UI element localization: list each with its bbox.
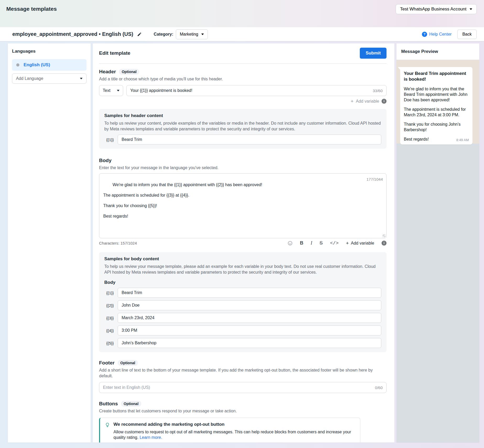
edit-template-panel: Edit template Submit Header Optional Add… xyxy=(93,43,394,443)
message-preview-title: Message Preview xyxy=(396,43,479,60)
category-select[interactable]: Marketing xyxy=(176,29,208,39)
preview-paragraph: Thank you for choosing John's Barbershop… xyxy=(404,121,469,132)
body-section-title: Body xyxy=(99,158,112,163)
submit-button[interactable]: Submit xyxy=(360,48,387,59)
optional-badge: Optional xyxy=(121,401,141,407)
variable-label: {{3}} xyxy=(104,316,114,320)
header-text-field-wrapper: 33/60 xyxy=(126,85,387,96)
header-samples-title: Samples for header content xyxy=(104,113,381,118)
body-samples-description: To help us review your message template,… xyxy=(104,264,381,275)
body-samples-subtitle: Body xyxy=(104,280,381,285)
body-sample-5-input[interactable] xyxy=(118,338,381,348)
body-sample-4-input[interactable] xyxy=(118,325,381,335)
info-icon[interactable]: i xyxy=(382,99,387,104)
strikethrough-button[interactable]: S xyxy=(320,240,323,246)
sample-row: {{1}} xyxy=(104,288,381,298)
header-type-value: Text xyxy=(103,88,110,93)
help-center-link[interactable]: ? Help Center xyxy=(422,32,452,37)
buttons-section-description: Create buttons that let customers respon… xyxy=(99,408,387,414)
add-language-select[interactable]: Add Language xyxy=(12,73,86,84)
help-center-label: Help Center xyxy=(429,32,452,37)
pencil-icon xyxy=(137,32,142,37)
variable-label: {{4}} xyxy=(104,328,114,333)
body-section: Body Enter the text for your message in … xyxy=(99,158,387,352)
header-samples-box: Samples for header content To help us re… xyxy=(99,109,387,149)
preview-paragraph: We're glad to inform you that the Beard … xyxy=(404,86,469,103)
content-area: Languages English (US) Add Language Edit… xyxy=(8,43,479,443)
recommendation-title: We recommend adding the marketing opt-ou… xyxy=(113,422,355,427)
optional-badge: Optional xyxy=(119,69,139,75)
footer-section-description: Add a short line of text to the bottom o… xyxy=(99,367,387,379)
body-samples-box: Samples for body content To help us revi… xyxy=(99,252,387,352)
body-sample-3-input[interactable] xyxy=(118,313,381,323)
preview-panel-filler xyxy=(396,143,479,443)
sample-row: {{2}} xyxy=(104,300,381,310)
info-icon[interactable]: i xyxy=(382,241,387,246)
back-button[interactable]: Back xyxy=(457,30,477,39)
sample-row: {{1}} xyxy=(104,135,381,145)
lightbulb-icon xyxy=(105,422,110,440)
sidebar-item-english-us[interactable]: English (US) xyxy=(12,59,86,71)
category-label: Category: xyxy=(154,32,173,37)
body-sample-1-input[interactable] xyxy=(118,288,381,298)
help-icon: ? xyxy=(422,32,427,37)
account-selector[interactable]: Test WhatsApp Business Account xyxy=(396,4,477,14)
learn-more-link[interactable]: Learn more. xyxy=(140,435,162,440)
code-button[interactable]: </> xyxy=(330,241,339,246)
buttons-section-title: Buttons xyxy=(99,401,118,407)
preview-timestamp: 8:49 AM xyxy=(456,138,469,142)
bold-button[interactable]: B xyxy=(300,240,303,246)
languages-sidebar: Languages English (US) Add Language xyxy=(8,43,91,443)
header-sample-1-input[interactable] xyxy=(118,135,381,145)
body-textarea[interactable]: We're glad to inform you that the {{1}} … xyxy=(99,173,387,238)
edit-template-name-button[interactable] xyxy=(137,32,142,37)
plus-icon: + xyxy=(351,99,354,104)
preview-paragraph: Best regards! xyxy=(404,136,429,142)
emoji-icon[interactable] xyxy=(287,241,293,246)
account-selector-label: Test WhatsApp Business Account xyxy=(400,7,466,12)
resize-handle[interactable] xyxy=(383,234,385,237)
header-type-select[interactable]: Text xyxy=(99,85,123,96)
body-sample-2-input[interactable] xyxy=(118,300,381,310)
preview-message-bubble: Your Beard Trim appointment is booked! W… xyxy=(400,67,472,145)
footer-section: Footer Optional Add a short line of text… xyxy=(99,360,387,393)
header-section-title: Header xyxy=(99,69,116,75)
body-char-counter: 177/1044 xyxy=(366,177,383,182)
body-samples-title: Samples for body content xyxy=(104,256,381,262)
header-add-variable-button[interactable]: Add variable xyxy=(356,99,379,104)
chevron-down-icon xyxy=(470,8,472,10)
plus-icon: + xyxy=(346,241,349,246)
header-samples-description: To help us review your content, provide … xyxy=(104,120,381,132)
footer-text-field-wrapper: 0/60 xyxy=(99,382,387,393)
header-section-description: Add a title or choose which type of medi… xyxy=(99,76,387,82)
italic-button[interactable]: I xyxy=(311,240,312,246)
preview-paragraph: The appointment is scheduled for March 2… xyxy=(404,107,469,118)
sample-row: {{4}} xyxy=(104,325,381,335)
variable-label: {{1}} xyxy=(104,137,114,142)
divider xyxy=(99,63,387,64)
sample-row: {{5}} xyxy=(104,338,381,348)
chevron-down-icon xyxy=(117,90,119,91)
sample-row: {{3}} xyxy=(104,313,381,323)
chevron-down-icon xyxy=(80,78,83,79)
template-header-bar: employee_appointment_approved • English … xyxy=(0,27,484,41)
header-section: Header Optional Add a title or choose wh… xyxy=(99,69,387,149)
optional-badge: Optional xyxy=(118,360,138,366)
preview-header-text: Your Beard Trim appointment is booked! xyxy=(404,71,469,82)
category-value: Marketing xyxy=(180,32,198,37)
footer-text-input[interactable] xyxy=(103,385,372,390)
language-label: English (US) xyxy=(24,62,50,68)
body-section-description: Enter the text for your message in the l… xyxy=(99,165,387,171)
footer-char-counter: 0/60 xyxy=(375,385,383,390)
header-text-input[interactable] xyxy=(130,88,369,93)
opt-out-recommendation-card: We recommend adding the marketing opt-ou… xyxy=(99,418,360,443)
page-title: Message templates xyxy=(6,4,57,12)
edit-template-title: Edit template xyxy=(99,50,130,56)
top-bar: Message templates Test WhatsApp Business… xyxy=(0,0,484,27)
body-add-variable-button[interactable]: + Add variable xyxy=(346,241,374,246)
footer-section-title: Footer xyxy=(99,360,115,366)
variable-label: {{5}} xyxy=(104,341,114,345)
message-preview-panel: Message Preview Your Beard Trim appointm… xyxy=(396,43,479,443)
languages-title: Languages xyxy=(12,49,86,54)
whatsapp-chat-background: Your Beard Trim appointment is booked! W… xyxy=(396,60,479,143)
